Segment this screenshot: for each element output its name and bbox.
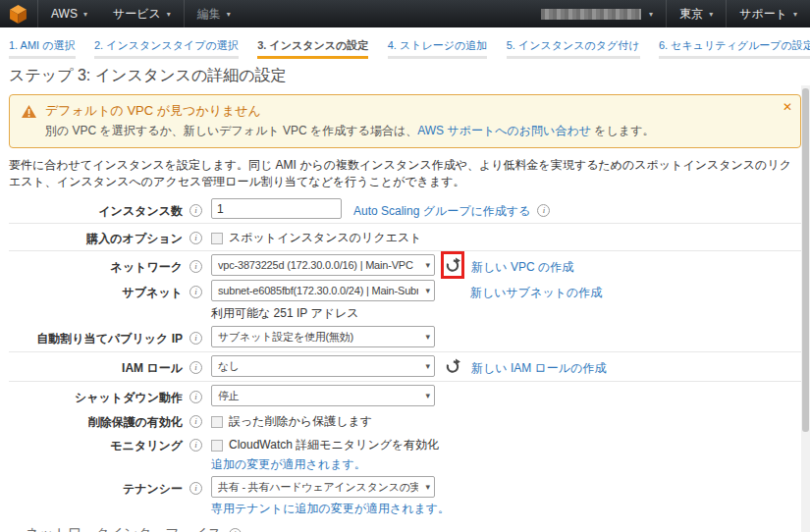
info-icon[interactable]: i [189,415,202,428]
iam-role-select[interactable]: なし ▾ [211,355,435,377]
page-title: ステップ 3: インスタンスの詳細の設定 [9,66,810,86]
info-icon[interactable]: i [537,204,550,217]
row-shutdown-behavior: シャットダウン動作 i 停止 ▾ [0,383,810,408]
monitoring-checkbox-label: CloudWatch 詳細モニタリングを有効化 [229,437,439,453]
shutdown-behavior-select[interactable]: 停止 ▾ [211,385,435,406]
warning-text: 別の VPC を選択するか、新しいデフォルト VPC を作成する場合は、AWS … [45,123,771,139]
caret-down-icon: ▾ [425,286,430,295]
monitoring-note-link[interactable]: 追加の変更が適用されます。 [211,456,439,473]
nav-menu-services[interactable]: サービス ▾ [100,0,184,27]
caret-down-icon: ▾ [649,10,653,19]
instance-count-input[interactable] [211,198,342,219]
row-divider [9,250,801,251]
public-ip-select-value: サブネット設定を使用(無効) [218,330,353,345]
row-monitoring: モニタリング i CloudWatch 詳細モニタリングを有効化 追加の変更が適… [0,432,810,474]
aws-home-button[interactable] [0,0,37,27]
available-ip-text: 利用可能な 251 IP アドレス [211,305,435,322]
disclosure-triangle-icon: ▼ [9,529,19,532]
termination-protection-checkbox[interactable] [211,416,223,428]
nav-menu-aws[interactable]: AWS ▾ [38,0,100,27]
refresh-vpc-button[interactable] [445,257,461,274]
caret-down-icon: ▾ [167,10,171,19]
warning-triangle-icon [22,105,36,118]
public-ip-select[interactable]: サブネット設定を使用(無効) ▾ [211,326,435,347]
refresh-iam-button[interactable] [445,358,461,375]
field-label-termination-protection: 削除保護の有効化 [0,409,183,431]
nav-right-group: ▾ 東京 ▾ サポート ▾ [528,0,810,27]
aws-support-link[interactable]: AWS サポートへのお問い合わせ [417,124,591,137]
info-icon[interactable]: i [189,482,202,495]
tenancy-select-value: 共有 - 共有ハードウェアインスタンスの実行 [218,480,418,495]
network-interfaces-toggle[interactable]: ▼ ネットワークインターフェイス i [9,525,810,532]
scrollbar-thumb[interactable] [802,88,809,432]
network-select-value: vpc-3873225d (172.30.0.0/16) | Main-VPC [218,259,413,271]
support-menu-label: サポート [739,6,787,23]
subnet-select[interactable]: subnet-e6085fbf(172.30.0.0/24) | Main-Su… [211,280,435,301]
nav-menu-edit[interactable]: 編集 ▾ [185,0,243,27]
field-label-tenancy: テナンシー [0,476,183,498]
network-select[interactable]: vpc-3873225d (172.30.0.0/16) | Main-VPC … [211,254,435,276]
wizard-step-4[interactable]: 4. ストレージの追加 [388,38,488,59]
field-label-purchase-option: 購入のオプション [0,226,183,247]
caret-down-icon: ▾ [425,260,430,270]
field-label-monitoring: モニタリング [0,433,183,454]
create-iam-role-link[interactable]: 新しい IAM ロールの作成 [471,355,606,377]
info-icon[interactable]: i [189,439,202,452]
auto-scaling-link[interactable]: Auto Scaling グループに作成する [353,198,530,220]
caret-down-icon: ▾ [83,10,87,19]
region-menu[interactable]: 東京 ▾ [667,0,726,27]
monitoring-checkbox-row: CloudWatch 詳細モニタリングを有効化 [211,433,439,453]
info-icon[interactable]: i [229,528,242,532]
warning-text-prefix: 別の VPC を選択するか、新しいデフォルト VPC を作成する場合は、 [45,124,417,137]
create-vpc-link[interactable]: 新しい VPC の作成 [471,254,573,276]
row-iam-role: IAM ロール i なし ▾ 新しい IAM ロールの作成 [0,353,810,379]
nav-menu-aws-label: AWS [51,7,78,21]
spot-instance-checkbox[interactable] [211,233,223,244]
warning-banner: デフォルトの VPC が見つかりません 別の VPC を選択するか、新しいデフォ… [9,94,801,148]
refresh-icon [445,358,460,374]
row-divider [9,351,801,352]
info-icon[interactable]: i [189,204,202,217]
network-interfaces-label: ネットワークインターフェイス [26,525,222,532]
field-label-subnet: サブネット [0,280,183,301]
create-subnet-link[interactable]: 新しいサブネットの作成 [470,280,602,301]
iam-role-select-value: なし [218,359,240,374]
wizard-step-6[interactable]: 6. セキュリティグループの設定 [659,38,810,59]
tenancy-select[interactable]: 共有 - 共有ハードウェアインスタンスの実行 ▾ [211,476,435,498]
row-network: ネットワーク i vpc-3873225d (172.30.0.0/16) | … [0,252,810,278]
row-public-ip: 自動割り当てパブリック IP i サブネット設定を使用(無効) ▾ [0,324,810,349]
top-navbar: AWS ▾ サービス ▾ 編集 ▾ ▾ 東京 ▾ サポート ▾ [0,0,810,27]
monitoring-checkbox[interactable] [211,440,223,452]
wizard-step-1[interactable]: 1. AMI の選択 [9,38,76,59]
info-icon[interactable]: i [189,286,202,298]
wizard-step-2[interactable]: 2. インスタンスタイプの選択 [94,38,239,59]
nav-menu-edit-label: 編集 [197,6,221,23]
wizard-step-3-active[interactable]: 3. インスタンスの設定 [257,38,368,59]
info-icon[interactable]: i [189,361,202,374]
annotation-highlight-box [441,251,464,279]
aws-cube-logo-icon [10,5,27,24]
info-icon[interactable]: i [189,391,202,403]
caret-down-icon: ▾ [425,332,430,342]
termination-protection-checkbox-row: 誤った削除から保護します [211,409,372,430]
support-menu[interactable]: サポート ▾ [727,0,810,27]
field-label-network: ネットワーク [0,254,183,276]
wizard-step-5[interactable]: 5. インスタンスのタグ付け [507,38,640,59]
warning-close-icon[interactable]: ✕ [783,100,792,114]
info-icon[interactable]: i [189,232,202,244]
account-menu[interactable]: ▾ [528,0,666,27]
caret-down-icon: ▾ [709,10,713,19]
ec2-launch-wizard-screen: AWS ▾ サービス ▾ 編集 ▾ ▾ 東京 ▾ サポート ▾ [0,0,810,532]
tenancy-note-link[interactable]: 専用テナントに追加の変更が適用されます。 [211,501,450,517]
vertical-scrollbar[interactable] [801,85,810,532]
wizard-steps: 1. AMI の選択 2. インスタンスタイプの選択 3. インスタンスの設定 … [0,27,810,59]
row-tenancy: テナンシー i 共有 - 共有ハードウェアインスタンスの実行 ▾ 専用テナントに… [0,474,810,519]
info-icon[interactable]: i [189,260,202,273]
field-label-shutdown-behavior: シャットダウン動作 [0,385,183,406]
info-icon[interactable]: i [189,332,202,345]
subnet-select-value: subnet-e6085fbf(172.30.0.0/24) | Main-Su… [218,285,418,296]
termination-protection-checkbox-label: 誤った削除から保護します [229,413,372,430]
intro-text: 要件に合わせてインスタンスを設定します。同じ AMI からの複数インスタンス作成… [9,157,801,190]
caret-down-icon: ▾ [425,361,430,371]
row-instance-count: インスタンス数 i Auto Scaling グループに作成する i [0,197,810,221]
